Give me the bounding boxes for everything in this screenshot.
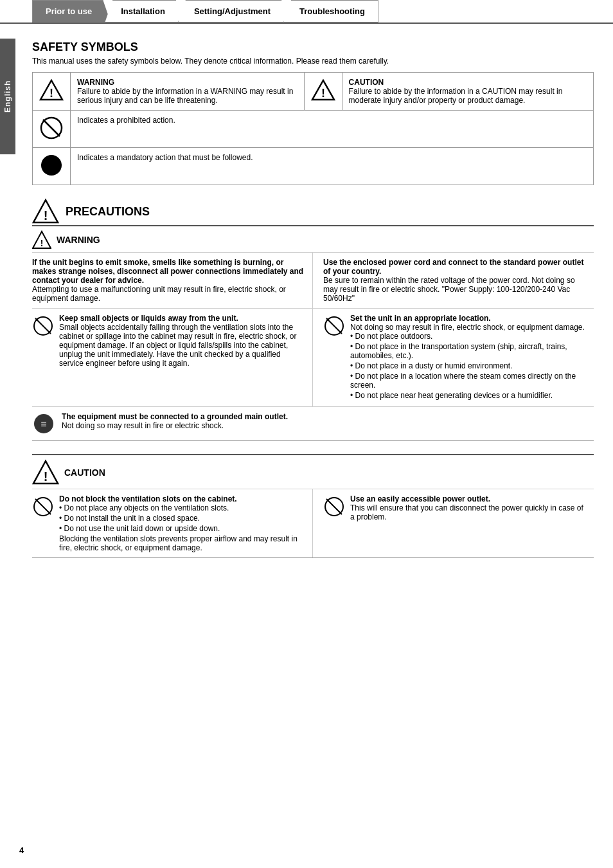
- warning-col1-bottom: Keep small objects or liquids away from …: [32, 309, 313, 406]
- tab-installation[interactable]: Installation: [105, 0, 184, 23]
- mandatory-icon: [39, 153, 64, 177]
- prohibited-icon-cell: [33, 111, 71, 148]
- safety-row-mandatory: Indicates a mandatory action that must b…: [33, 148, 594, 185]
- svg-text:!: !: [49, 87, 53, 100]
- caution-col2: Use an easily accessible power outlet. T…: [313, 489, 594, 557]
- warning-text-cell: WARNING Failure to abide by the informat…: [71, 73, 305, 111]
- warning-col2-bottom-bold: Set the unit in an appropriate location.: [350, 314, 491, 323]
- warning-section: ! WARNING If the unit begins to emit smo…: [32, 225, 594, 441]
- safety-symbols-title: SAFETY SYMBOLS: [32, 41, 594, 54]
- precautions-header: ! PRECAUTIONS: [32, 198, 594, 225]
- prohibited-text: Indicates a prohibited action.: [77, 116, 175, 125]
- warning-text: Failure to abide by the information in a…: [77, 87, 293, 105]
- caution-section: ! CAUTION Do not block the ventilation s…: [32, 454, 594, 558]
- caution-col1-bold: Do not block the ventilation slots on th…: [59, 494, 237, 503]
- grounded-row: ≡ The equipment must be connected to a g…: [32, 406, 594, 440]
- caution-col1: Do not block the ventilation slots on th…: [32, 489, 313, 557]
- warning-section-label: WARNING: [57, 235, 100, 245]
- precautions-warning-icon: !: [32, 198, 59, 225]
- svg-text:!: !: [44, 208, 48, 222]
- svg-line-5: [43, 120, 60, 136]
- svg-text:!: !: [44, 469, 48, 484]
- bullet-item: Do not place any objects on the ventilat…: [59, 503, 305, 512]
- prohibited-icon-caution1: [32, 496, 54, 518]
- caution-section-label: CAUTION: [64, 467, 105, 478]
- prohibited-icon-caution2: [323, 496, 345, 518]
- caution-col1-bullets: Do not place any objects on the ventilat…: [59, 503, 305, 533]
- svg-text:≡: ≡: [40, 419, 46, 429]
- grounded-bold: The equipment must be connected to a gro…: [62, 412, 288, 421]
- mandatory-text: Indicates a mandatory action that must b…: [77, 153, 253, 162]
- svg-line-22: [326, 499, 342, 514]
- svg-point-6: [41, 155, 62, 176]
- tab-prior[interactable]: Prior to use: [32, 0, 111, 23]
- tabs-bar: Prior to use Installation Setting/Adjust…: [0, 0, 613, 24]
- warning-bottom-row: Keep small objects or liquids away from …: [32, 308, 594, 406]
- prohibited-icon-warning1: [32, 315, 54, 337]
- safety-row-warning-caution: ! WARNING Failure to abide by the inform…: [33, 73, 594, 111]
- warning-col2-top-normal: Be sure to remain within the rated volta…: [323, 276, 575, 303]
- bullet-item: Do not place near heat generating device…: [350, 391, 586, 400]
- mandatory-icon-cell: [33, 148, 71, 185]
- caution-col2-bold: Use an easily accessible power outlet.: [350, 494, 490, 503]
- tab-prior-label: Prior to use: [46, 6, 92, 16]
- page-number: 4: [19, 845, 24, 855]
- caution-content: ! CAUTION Do not block the ventilation s…: [32, 454, 594, 558]
- bullet-item: Do not use the unit laid down or upside …: [59, 524, 305, 533]
- caution-section-icon: !: [32, 459, 59, 486]
- warning-section-icon: !: [32, 230, 51, 249]
- safety-symbols-section: SAFETY SYMBOLS This manual uses the safe…: [32, 41, 594, 185]
- warning-col1-bottom-bold: Keep small objects or liquids away from …: [59, 314, 238, 323]
- warning-header: ! WARNING: [32, 226, 594, 252]
- warning-triangle-icon: !: [39, 78, 64, 102]
- warning-col2-bottom: Set the unit in an appropriate location.…: [313, 309, 594, 406]
- safety-symbols-table: ! WARNING Failure to abide by the inform…: [32, 72, 594, 185]
- grounded-normal: Not doing so may result in fire or elect…: [62, 421, 224, 430]
- warning-label: WARNING: [77, 78, 114, 87]
- svg-text:!: !: [321, 87, 325, 100]
- bullet-item: Do not install the unit in a closed spac…: [59, 514, 305, 523]
- main-content: SAFETY SYMBOLS This manual uses the safe…: [0, 24, 613, 577]
- caution-label: CAUTION: [349, 78, 384, 87]
- warning-col1-top-bold: If the unit begins to emit smoke, smells…: [32, 258, 303, 285]
- mandatory-text-cell: Indicates a mandatory action that must b…: [71, 148, 594, 185]
- tab-installation-label: Installation: [121, 6, 165, 16]
- bullet-item: Do not place in a dusty or humid environ…: [350, 361, 586, 370]
- safety-symbols-subtitle: This manual uses the safety symbols belo…: [32, 57, 594, 66]
- caution-icon-cell: !: [304, 73, 342, 111]
- prohibited-icon: [39, 116, 64, 140]
- warning-col2-bottom-bullets: Do not place outdoors. Do not place in t…: [350, 332, 586, 400]
- tab-setting-label: Setting/Adjustment: [194, 6, 271, 16]
- tab-setting[interactable]: Setting/Adjustment: [178, 0, 289, 23]
- caution-text: Failure to abide by the information in a…: [349, 87, 563, 105]
- bullet-item: Do not place in the transportation syste…: [350, 342, 586, 360]
- caution-triangle-icon: !: [311, 78, 335, 102]
- warning-col1-bottom-normal: Small objects accidentally falling throu…: [59, 323, 297, 368]
- ground-icon: ≡: [32, 412, 55, 435]
- prohibited-icon-warning2: [323, 315, 345, 337]
- warning-icon-cell: !: [33, 73, 71, 111]
- caution-text-cell: CAUTION Failure to abide by the informat…: [342, 73, 593, 111]
- warning-col2-bottom-normal: Not doing so may result in fire, electri…: [350, 323, 585, 332]
- bullet-item: Do not place in a location where the ste…: [350, 372, 586, 390]
- warning-col1-top: If the unit begins to emit smoke, smells…: [32, 253, 313, 308]
- precautions-title: PRECAUTIONS: [66, 205, 150, 219]
- bullet-item: Do not place outdoors.: [350, 332, 586, 341]
- caution-col2-normal: This will ensure that you can disconnect…: [350, 503, 583, 521]
- sidebar-english-label: English: [0, 39, 15, 154]
- prohibited-text-cell: Indicates a prohibited action.: [71, 111, 594, 148]
- warning-col2-top-bold: Use the enclosed power cord and connect …: [323, 258, 583, 276]
- warning-col2-top: Use the enclosed power cord and connect …: [313, 253, 594, 308]
- tab-troubleshooting[interactable]: Troubleshooting: [283, 0, 378, 23]
- warning-top-row: If the unit begins to emit smoke, smells…: [32, 252, 594, 308]
- caution-header: ! CAUTION: [32, 455, 594, 489]
- svg-text:!: !: [40, 238, 44, 248]
- tab-troubleshooting-label: Troubleshooting: [299, 6, 365, 16]
- svg-line-14: [326, 318, 342, 334]
- svg-line-20: [35, 499, 51, 514]
- svg-line-12: [35, 318, 51, 334]
- warning-col1-top-normal: Attempting to use a malfunctioning unit …: [32, 285, 286, 303]
- caution-col1-normal: Blocking the ventilation slots prevents …: [59, 534, 298, 552]
- caution-two-col: Do not block the ventilation slots on th…: [32, 489, 594, 557]
- safety-row-prohibited: Indicates a prohibited action.: [33, 111, 594, 148]
